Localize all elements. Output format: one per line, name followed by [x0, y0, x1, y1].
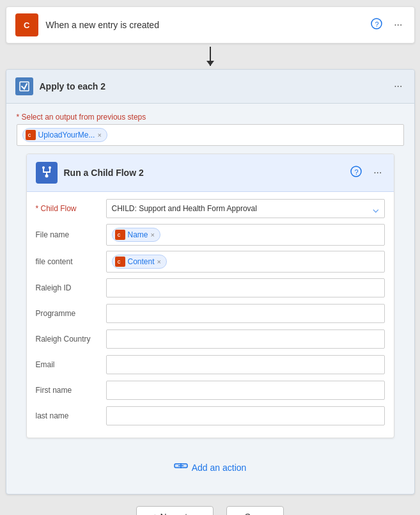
- raleigh-id-input[interactable]: [106, 278, 385, 297]
- arrow-connector: [210, 44, 211, 69]
- file-name-token-input[interactable]: C Name ×: [106, 224, 385, 246]
- svg-point-7: [49, 166, 51, 169]
- name-token-icon: C: [115, 230, 125, 240]
- file-content-token-input[interactable]: C Content ×: [106, 251, 385, 273]
- file-name-row: File name C Name ×: [36, 224, 385, 246]
- email-label: Email: [36, 360, 106, 369]
- last-name-input[interactable]: [106, 406, 385, 425]
- child-flow-dropdown-arrow: ⌵: [373, 203, 379, 215]
- first-name-label: First name: [36, 386, 106, 395]
- email-input-container: [106, 355, 385, 374]
- arrow-down: [210, 47, 211, 66]
- file-content-label: file content: [36, 257, 106, 266]
- upload-token-icon: C: [26, 130, 36, 140]
- child-flow-select-row: Child Flow CHILD: Support and Health For…: [36, 198, 385, 219]
- content-token-close[interactable]: ×: [157, 258, 161, 265]
- file-name-input-container: C Name ×: [106, 224, 385, 246]
- programme-input-container: [106, 304, 385, 323]
- programme-label: Programme: [36, 309, 106, 318]
- apply-to-each-body: * Select an output from previous steps C…: [6, 104, 414, 494]
- child-flow-more-button[interactable]: ···: [371, 166, 384, 180]
- svg-text:C: C: [27, 133, 31, 138]
- new-step-button[interactable]: + New step: [136, 506, 213, 515]
- child-flow-card: Run a Child Flow 2 ? ···: [26, 154, 394, 438]
- programme-input[interactable]: [106, 304, 385, 323]
- raleigh-country-input[interactable]: [106, 329, 385, 349]
- flow-container: C When a new entry is created ? ···: [6, 6, 415, 515]
- trigger-title: When a new entry is created: [46, 20, 369, 30]
- upload-token: C UploadYourMe... ×: [22, 128, 107, 142]
- apply-to-each-card: Apply to each 2 ··· * Select an output f…: [6, 69, 415, 495]
- apply-to-each-header: Apply to each 2 ···: [6, 70, 414, 104]
- file-content-input-container: C Content ×: [106, 251, 385, 273]
- trigger-help-button[interactable]: ?: [368, 17, 385, 33]
- name-token-text: Name: [128, 230, 148, 239]
- first-name-input-container: [106, 381, 385, 400]
- file-name-label: File name: [36, 230, 106, 239]
- last-name-label: last name: [36, 411, 106, 420]
- add-action-icon: [174, 459, 188, 476]
- child-flow-body: Child Flow CHILD: Support and Health For…: [27, 192, 394, 438]
- content-token-icon: C: [115, 257, 125, 267]
- child-flow-dropdown-value: CHILD: Support and Health Form Approval: [112, 204, 257, 213]
- programme-row: Programme: [36, 303, 385, 324]
- trigger-icon: C: [15, 13, 38, 36]
- svg-text:C: C: [117, 233, 120, 237]
- child-flow-select-input: CHILD: Support and Health Form Approval …: [106, 199, 385, 218]
- raleigh-id-label: Raleigh ID: [36, 283, 106, 292]
- first-name-input[interactable]: [106, 381, 385, 400]
- name-token: C Name ×: [112, 228, 160, 242]
- trigger-more-button[interactable]: ···: [391, 18, 405, 32]
- content-token: C Content ×: [112, 255, 167, 269]
- select-output-row: * Select an output from previous steps C…: [17, 113, 404, 146]
- last-name-input-container: [106, 406, 385, 425]
- apply-to-each-title: Apply to each 2: [40, 81, 392, 91]
- file-content-row: file content C Content ×: [36, 251, 385, 273]
- select-output-input[interactable]: C UploadYourMe... ×: [17, 124, 404, 146]
- svg-text:C: C: [117, 260, 120, 264]
- add-action-label: Add an action: [192, 463, 247, 473]
- apply-each-more-button[interactable]: ···: [391, 79, 405, 93]
- raleigh-country-label: Raleigh Country: [36, 335, 106, 344]
- svg-text:?: ?: [355, 168, 359, 176]
- apply-each-icon: [15, 77, 33, 95]
- raleigh-id-row: Raleigh ID: [36, 278, 385, 298]
- trigger-actions: ? ···: [368, 17, 405, 33]
- child-flow-dropdown[interactable]: CHILD: Support and Health Form Approval …: [106, 199, 385, 218]
- email-row: Email: [36, 354, 385, 375]
- trigger-card: C When a new entry is created ? ···: [6, 6, 415, 44]
- raleigh-country-row: Raleigh Country: [36, 329, 385, 349]
- raleigh-country-input-container: [106, 329, 385, 349]
- name-token-close[interactable]: ×: [151, 231, 155, 239]
- add-action-area: Add an action: [17, 446, 404, 485]
- svg-text:?: ?: [375, 20, 379, 28]
- bottom-toolbar: + New step Save: [6, 495, 415, 515]
- child-flow-header: Run a Child Flow 2 ? ···: [27, 154, 394, 192]
- select-output-label: * Select an output from previous steps: [17, 113, 404, 122]
- child-flow-title: Run a Child Flow 2: [64, 168, 348, 178]
- email-input[interactable]: [106, 355, 385, 374]
- last-name-row: last name: [36, 406, 385, 426]
- child-flow-select-label: Child Flow: [36, 204, 106, 213]
- upload-token-close[interactable]: ×: [97, 131, 101, 139]
- raleigh-id-input-container: [106, 278, 385, 297]
- svg-text:C: C: [24, 20, 30, 30]
- child-flow-icon: [36, 162, 58, 184]
- child-flow-help-button[interactable]: ?: [348, 164, 364, 181]
- save-button[interactable]: Save: [226, 506, 284, 515]
- svg-point-6: [42, 166, 45, 169]
- first-name-row: First name: [36, 380, 385, 400]
- svg-point-8: [45, 175, 48, 178]
- content-token-text: Content: [128, 257, 155, 266]
- upload-token-text: UploadYourMe...: [38, 131, 95, 139]
- add-action-button[interactable]: Add an action: [174, 459, 247, 476]
